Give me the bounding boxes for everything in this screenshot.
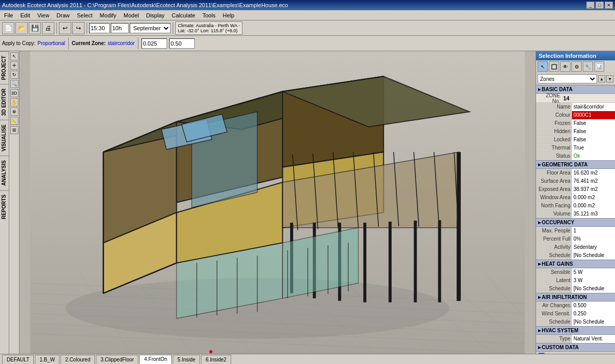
rp-icon-3[interactable]: 👁 <box>560 61 570 72</box>
sep4 <box>68 38 69 49</box>
menu-select[interactable]: Select <box>74 11 96 19</box>
redo-btn[interactable]: ↪ <box>72 22 85 34</box>
print-button[interactable]: 🖨 <box>42 22 54 34</box>
month-select[interactable]: September <box>130 23 171 33</box>
name-label: Name <box>536 103 572 110</box>
project-tab[interactable]: PROJECT <box>0 51 9 84</box>
3deditor-tab[interactable]: 3D EDITOR <box>0 84 9 120</box>
custom-data-header[interactable]: CUSTOM DATA <box>536 343 615 352</box>
menu-model[interactable]: Model <box>120 11 142 19</box>
hg-schedule-value: [No Schedule <box>572 285 615 293</box>
new-button[interactable]: 📄 <box>2 22 14 34</box>
visualise-tab[interactable]: VISUALISE <box>0 120 9 156</box>
grid-icon[interactable]: ⊞ <box>10 126 18 134</box>
occupancy-header[interactable]: OCCUPANCY <box>536 218 615 227</box>
3d-viewport[interactable] <box>19 51 536 354</box>
climate-info: Climate: Australia - Perth WA - Lat: -32… <box>175 22 242 35</box>
minimize-button[interactable]: _ <box>586 2 594 9</box>
menu-view[interactable]: View <box>34 11 53 19</box>
tab-fronton[interactable]: 4.FrontOn <box>139 355 172 364</box>
tab-bw[interactable]: 1.B_W <box>35 355 59 364</box>
next-arrow[interactable]: ▼ <box>606 75 613 82</box>
hidden-value: False <box>572 127 615 136</box>
zoom-icon[interactable]: 🔍 <box>10 80 18 88</box>
current-zone-name: staircorridor <box>108 40 135 46</box>
hidden-label: Hidden <box>536 128 572 135</box>
zones-dropdown[interactable]: Zones <box>538 74 597 83</box>
zones-row: Zones ▲ ▼ <box>536 73 615 85</box>
menu-help[interactable]: Help <box>220 11 238 19</box>
time-input[interactable] <box>89 23 110 33</box>
rotate-icon[interactable]: ↻ <box>10 71 18 79</box>
activity-row: Activity Sedentary <box>536 243 615 251</box>
geometric-data-header[interactable]: GEOMETRIC DATA <box>536 160 615 169</box>
close-button[interactable]: ✕ <box>605 2 613 9</box>
north-facing-row: North Facing 0.000 m2 <box>536 202 615 210</box>
percent-full-value: 0% <box>572 235 615 243</box>
rp-icon-2[interactable]: 🔲 <box>549 61 559 72</box>
sep1 <box>56 23 57 34</box>
occ-schedule-label: Schedule <box>536 252 572 259</box>
menu-bar: File Edit View Draw Select Modify Model … <box>0 10 615 20</box>
select-icon[interactable]: ↖ <box>10 52 18 60</box>
window-area-label: Window Area <box>536 194 572 201</box>
grid-input[interactable] <box>169 38 195 49</box>
tab-clippedfloor[interactable]: 3.ClippedFloor <box>96 355 138 364</box>
menu-display[interactable]: Display <box>143 11 168 19</box>
tab-coloured[interactable]: 2.Coloured <box>60 355 95 364</box>
menu-modify[interactable]: Modify <box>97 11 119 19</box>
tab-default[interactable]: DEFAULT <box>2 355 34 364</box>
toolbar-2: Apply to Copy: Proportional Current Zone… <box>0 36 615 51</box>
undo-btn[interactable]: ↩ <box>59 22 71 34</box>
measure-icon[interactable]: 📐 <box>10 117 18 125</box>
hour-input[interactable] <box>111 23 129 33</box>
house-svg <box>19 51 536 354</box>
rp-icon-4[interactable]: ⚙ <box>571 61 582 72</box>
cursor-icon[interactable]: ↖ <box>538 61 548 72</box>
maximize-button[interactable]: □ <box>596 2 604 9</box>
save-button[interactable]: 💾 <box>29 22 41 34</box>
menu-calculate[interactable]: Calculate <box>169 11 198 19</box>
auto-apply-checkbox[interactable] <box>538 353 545 354</box>
menu-file[interactable]: File <box>1 11 16 19</box>
exposed-area-value: 38.937 m2 <box>572 185 615 194</box>
snap-input[interactable] <box>141 38 167 49</box>
latent-value: 3 W <box>572 276 615 285</box>
zone-no-value: 14 <box>562 95 615 102</box>
air-infiltration-header[interactable]: AIR INFILTRATION <box>536 293 615 302</box>
auto-apply-label: Automatically Apply Changes <box>546 353 613 354</box>
tab-inside[interactable]: 5.Inside <box>173 355 200 364</box>
analysis-tab[interactable]: ANALYSIS <box>0 156 9 190</box>
prev-arrow[interactable]: ▲ <box>598 75 605 82</box>
rp-icon-6[interactable]: 📊 <box>594 61 604 72</box>
zone-no-row: ZONE No. 14 <box>536 94 615 103</box>
menu-tools[interactable]: Tools <box>199 11 219 19</box>
frozen-row: Frozen False <box>536 119 615 127</box>
move-icon[interactable]: ✛ <box>10 61 18 70</box>
pan-icon[interactable]: ✋ <box>10 98 18 106</box>
percent-full-label: Percent Full <box>536 235 572 242</box>
volume-row: Volume 35.121 m3 <box>536 210 615 218</box>
window-area-value: 0.000 m2 <box>572 194 615 202</box>
tab-inside2[interactable]: 6.Inside2 <box>201 355 231 364</box>
name-row: Name stair&corridor <box>536 103 615 111</box>
ai-schedule-row: Schedule [No Schedule <box>536 318 615 326</box>
menu-edit[interactable]: Edit <box>17 11 33 19</box>
locked-row: Locked False <box>536 136 615 144</box>
rp-icons-row: ↖ 🔲 👁 ⚙ 🔧 📊 <box>536 60 615 73</box>
hvac-header[interactable]: HVAC SYSTEM <box>536 326 615 335</box>
open-button[interactable]: 📂 <box>15 22 28 34</box>
max-people-value: 1 <box>572 227 615 235</box>
svg-rect-43 <box>414 221 417 303</box>
svg-point-58 <box>210 350 213 353</box>
3d-icon[interactable]: 3D <box>10 89 18 97</box>
title-bar: Autodesk Ecotect Analysis 2011 - C:\Prog… <box>0 0 615 10</box>
heat-gains-header[interactable]: HEAT GAINS <box>536 260 615 268</box>
reports-tab[interactable]: REPORTS <box>0 190 9 223</box>
sensible-label: Sensible <box>536 269 572 275</box>
left-icon-panel: ↖ ✛ ↻ 🔍 3D ✋ ⊕ 📐 ⊞ <box>9 51 19 354</box>
snap-icon[interactable]: ⊕ <box>10 108 18 116</box>
menu-draw[interactable]: Draw <box>53 11 73 19</box>
rp-icon-5[interactable]: 🔧 <box>583 61 593 72</box>
floor-area-row: Floor Area 16.620 m2 <box>536 169 615 177</box>
